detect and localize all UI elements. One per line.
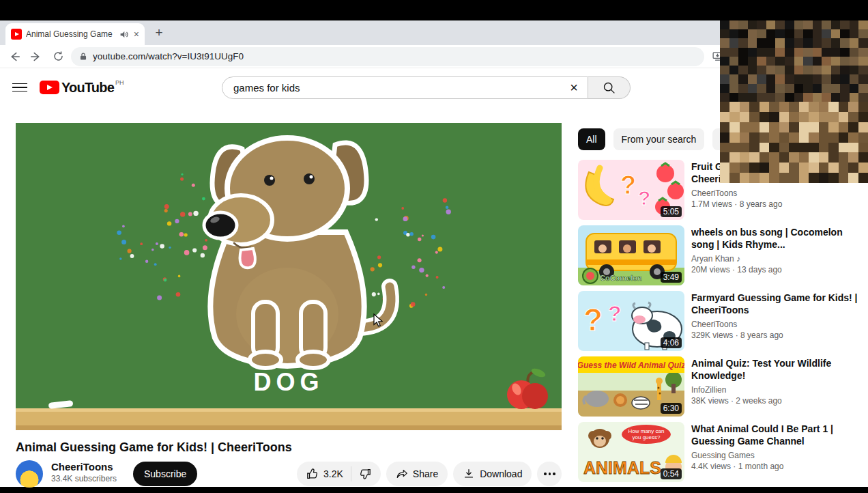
cocomelon-wordmark: CoComelon: [600, 274, 642, 282]
video-meta: 4.4K views · 1 month ago: [691, 462, 859, 471]
search-input[interactable]: games for kids ×: [222, 76, 588, 99]
duration-badge: 3:49: [661, 272, 682, 283]
download-icon: [463, 468, 475, 480]
channel-row: CheeriToons 33.4K subscribers Subscribe …: [16, 460, 562, 488]
chip-all[interactable]: All: [578, 128, 605, 150]
search-query-text: games for kids: [233, 82, 564, 94]
video-title[interactable]: wheels on bus song | Cocomelon song | Ki…: [691, 226, 859, 251]
webcam-feed-bottom: [720, 102, 868, 183]
thumbs-down-icon[interactable]: [359, 468, 371, 480]
thumbnail-fruit[interactable]: ? ? 5:05: [578, 160, 684, 220]
new-tab-button[interactable]: +: [150, 24, 168, 42]
duration-badge: 0:54: [661, 468, 682, 479]
svg-text:?: ?: [608, 301, 622, 326]
webcam-overlay: [720, 20, 868, 183]
video-title: Animal Guessing Game for Kids! | CheeriT…: [16, 440, 292, 455]
video-player[interactable]: DOG: [16, 123, 562, 430]
forward-button[interactable]: [27, 48, 45, 66]
youtube-wordmark: YouTube: [61, 80, 114, 96]
mouse-cursor-icon: [372, 313, 386, 330]
screen: Animal Guessing Game for K × + youtube.c…: [0, 0, 868, 493]
youtube-play-icon: [40, 81, 59, 94]
share-button[interactable]: Share: [386, 462, 448, 486]
video-meta: 20M views · 13 days ago: [691, 265, 859, 274]
channel-avatar[interactable]: [16, 460, 43, 488]
chip-from-your-search[interactable]: From your search: [613, 128, 705, 150]
share-label: Share: [413, 468, 438, 479]
browser-tab[interactable]: Animal Guessing Game for K ×: [5, 23, 145, 45]
video-title[interactable]: Animal Quiz: Test Your Wildlife Knowledg…: [691, 357, 859, 382]
thumbnail-cocomelon-bus[interactable]: CoComelon 3:49: [578, 225, 684, 285]
suggested-video-4[interactable]: Guess the Wild Animal Quiz 6:30 Animal Q…: [578, 356, 861, 417]
action-buttons: 3.2K Share Download: [297, 462, 562, 486]
suggested-video-5[interactable]: How many can you guess? ANIMALS 0:54 Wha…: [578, 422, 861, 482]
webcam-feed-top: [720, 20, 868, 102]
video-channel[interactable]: CheeriToons: [691, 320, 859, 329]
search-area: games for kids ×: [222, 76, 631, 99]
video-title[interactable]: What Animal Could I Be Part 1 | Guessing…: [691, 423, 859, 447]
search-button[interactable]: [588, 76, 631, 99]
tab-audio-icon[interactable]: [119, 29, 130, 40]
bubble-line-2: you guess?: [633, 434, 661, 440]
video-title[interactable]: Farmyard Guessing Game for Kids! | Cheer…: [691, 292, 859, 316]
url-text: youtube.com/watch?v=IU3t91UUgF0: [93, 51, 244, 61]
svg-text:?: ?: [583, 302, 603, 337]
thumbs-up-icon[interactable]: [306, 468, 319, 480]
bubble-line-1: How many can: [628, 428, 665, 434]
menu-button[interactable]: [12, 80, 27, 95]
subscriber-count: 33.4K subscribers: [51, 474, 117, 483]
video-channel[interactable]: InfoZillien: [691, 385, 859, 395]
quiz-banner-text: Guess the Wild Animal Quiz: [578, 361, 684, 370]
youtube-favicon-icon: [11, 29, 22, 40]
svg-text:?: ?: [638, 186, 650, 209]
video-meta: 1.7M views · 8 years ago: [691, 199, 859, 209]
back-button[interactable]: [5, 48, 23, 66]
magnifier-icon: [602, 81, 616, 95]
suggested-video-2[interactable]: CoComelon 3:49 wheels on bus song | Coco…: [578, 225, 861, 285]
download-label: Download: [480, 468, 522, 479]
like-dislike-pill[interactable]: 3.2K: [297, 462, 381, 486]
channel-info[interactable]: CheeriToons 33.4K subscribers: [51, 461, 117, 483]
svg-text:?: ?: [620, 171, 636, 199]
video-channel[interactable]: CheeriToons: [691, 188, 859, 198]
reload-button[interactable]: [49, 48, 67, 66]
thumbnail-animals[interactable]: How many can you guess? ANIMALS 0:54: [578, 422, 684, 482]
guessed-word: DOG: [253, 368, 323, 396]
video-channel[interactable]: Aryan Khan ♪: [691, 254, 859, 264]
duration-badge: 5:05: [661, 206, 682, 217]
download-button[interactable]: Download: [453, 462, 532, 486]
country-code: PH: [115, 79, 124, 86]
filter-chips: All From your search Fro: [578, 128, 743, 150]
tab-title: Animal Guessing Game for K: [26, 29, 115, 39]
youtube-logo[interactable]: YouTube PH: [40, 80, 124, 96]
thumbnail-farmyard[interactable]: ? ? 4:06: [578, 291, 684, 351]
suggested-videos: ? ? 5:05 Fruit Guessing Game for Kids! |…: [578, 160, 861, 482]
more-button[interactable]: [537, 462, 562, 486]
duration-badge: 4:06: [661, 337, 682, 348]
animals-wordmark: ANIMALS: [583, 458, 661, 477]
url-bar[interactable]: youtube.com/watch?v=IU3t91UUgF0: [71, 47, 704, 66]
search-clear-icon[interactable]: ×: [564, 79, 583, 98]
video-frame: DOG: [16, 123, 562, 430]
duration-badge: 6:30: [661, 403, 682, 414]
suggested-video-3[interactable]: ? ? 4:06: [578, 291, 861, 351]
pill-divider: [351, 466, 351, 481]
music-badge-icon: ♪: [736, 254, 740, 264]
like-count: 3.2K: [323, 468, 343, 479]
chalkboard-ledge: [16, 408, 562, 430]
video-meta: 329K views · 8 years ago: [691, 330, 859, 340]
channel-name: CheeriToons: [51, 461, 117, 473]
tab-close-icon[interactable]: ×: [134, 29, 139, 40]
share-icon: [396, 468, 408, 480]
video-meta: 38K views · 2 weeks ago: [691, 396, 859, 406]
thumbnail-wild-quiz[interactable]: Guess the Wild Animal Quiz 6:30: [578, 356, 684, 417]
subscribe-button[interactable]: Subscribe: [133, 462, 197, 486]
video-channel[interactable]: Guessing Games: [691, 451, 859, 460]
lock-icon: [79, 52, 87, 61]
